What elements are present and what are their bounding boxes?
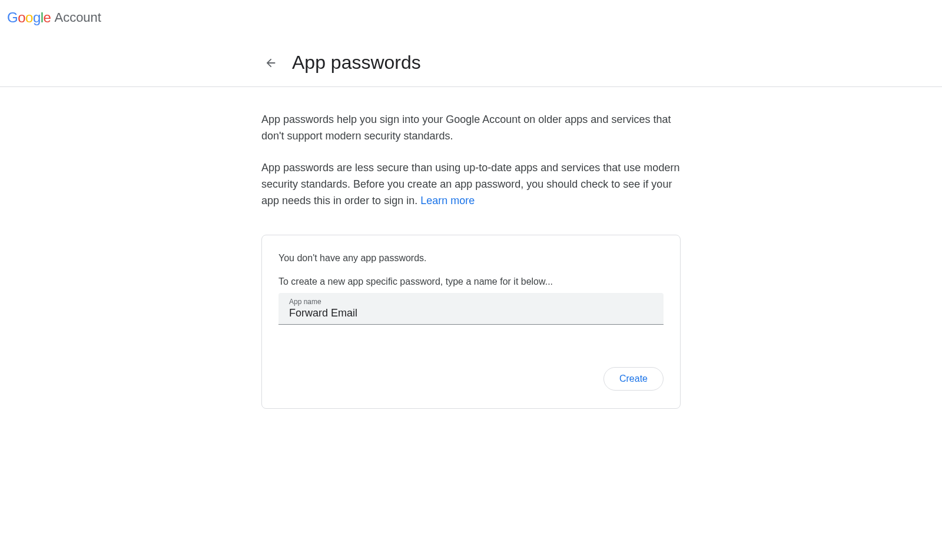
app-name-input[interactable] <box>289 307 653 319</box>
app-password-card: You don't have any app passwords. To cre… <box>261 235 681 409</box>
google-account-logo[interactable]: Google Account <box>7 9 935 26</box>
learn-more-link[interactable]: Learn more <box>420 195 475 206</box>
arrow-left-icon <box>264 56 277 69</box>
app-name-field[interactable]: App name <box>278 293 664 325</box>
account-label: Account <box>54 10 101 25</box>
app-name-label: App name <box>289 298 653 306</box>
intro-paragraph-1: App passwords help you sign into your Go… <box>261 112 681 145</box>
intro-paragraph-2: App passwords are less secure than using… <box>261 160 681 209</box>
page-title: App passwords <box>292 52 421 74</box>
create-button[interactable]: Create <box>603 367 664 391</box>
create-instruction-text: To create a new app specific password, t… <box>278 276 664 287</box>
empty-status-text: You don't have any app passwords. <box>278 253 664 264</box>
back-button[interactable] <box>261 54 280 72</box>
google-logo: Google <box>7 9 51 26</box>
